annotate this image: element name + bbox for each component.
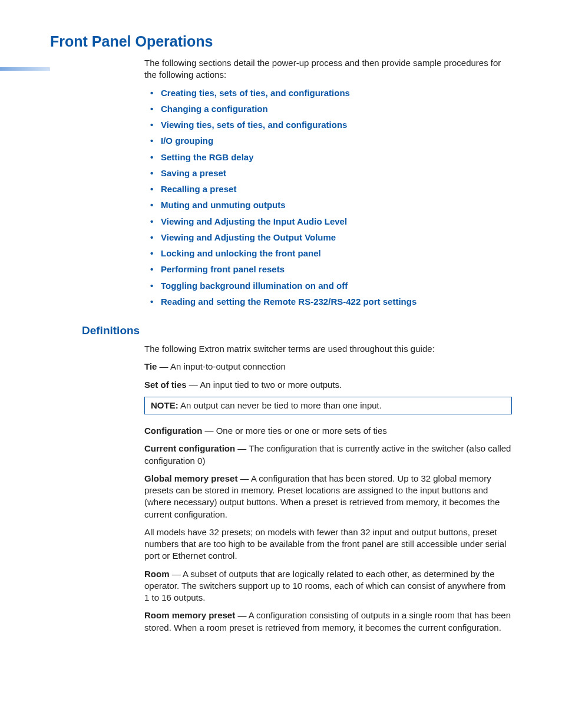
- action-link[interactable]: Performing front panel resets: [161, 264, 285, 274]
- action-link[interactable]: Viewing and Adjusting the Output Volume: [161, 232, 336, 242]
- list-item: Viewing ties, sets of ties, and configur…: [144, 119, 512, 131]
- definition-term: Configuration: [144, 426, 202, 436]
- definition-desc: — An input tied to two or more outputs.: [187, 380, 342, 390]
- definition-item: Tie — An input-to-output connection: [144, 361, 512, 373]
- definition-term: Set of ties: [144, 380, 187, 390]
- section-title-definitions: Definitions: [82, 324, 512, 337]
- action-link[interactable]: Creating ties, sets of ties, and configu…: [161, 88, 350, 98]
- action-link-list: Creating ties, sets of ties, and configu…: [144, 87, 512, 308]
- definition-item: Current configuration — The configuratio…: [144, 443, 512, 467]
- definition-item: Configuration — One or more ties or one …: [144, 425, 512, 437]
- list-item: Setting the RGB delay: [144, 151, 512, 163]
- action-link[interactable]: Recalling a preset: [161, 184, 236, 194]
- header-accent-bar: [0, 67, 50, 71]
- definitions-block: The following Extron matrix switcher ter…: [144, 343, 512, 634]
- action-link[interactable]: Reading and setting the Remote RS-232/RS…: [161, 297, 416, 307]
- note-text-content: An output can never be tied to more than…: [180, 400, 382, 410]
- definition-term: Current configuration: [144, 443, 235, 453]
- definitions-intro: The following Extron matrix switcher ter…: [144, 343, 512, 355]
- action-link[interactable]: Changing a configuration: [161, 104, 268, 114]
- definitions-extra-para: All models have 32 presets; on models wi…: [144, 526, 512, 562]
- list-item: Viewing and Adjusting the Output Volume: [144, 232, 512, 243]
- list-item: Locking and unlocking the front panel: [144, 248, 512, 259]
- action-link[interactable]: Muting and unmuting outputs: [161, 200, 286, 210]
- action-link[interactable]: Viewing ties, sets of ties, and configur…: [161, 120, 347, 130]
- intro-text: The following sections detail the power-…: [144, 57, 512, 81]
- note-box: NOTE: An output can never be tied to mor…: [144, 397, 512, 414]
- page-title: Front Panel Operations: [50, 33, 512, 50]
- definition-item: Global memory preset — A configuration t…: [144, 473, 512, 521]
- action-link[interactable]: Toggling background illumination on and …: [161, 281, 348, 291]
- list-item: I/O grouping: [144, 135, 512, 147]
- definition-desc: — An input-to-output connection: [157, 361, 285, 371]
- definition-term: Tie: [144, 361, 157, 371]
- definition-desc: — A subset of outputs that are logically…: [144, 569, 505, 603]
- definition-item: Set of ties — An input tied to two or mo…: [144, 379, 512, 391]
- page: Front Panel Operations The following sec…: [0, 33, 562, 728]
- list-item: Saving a preset: [144, 167, 512, 179]
- list-item: Toggling background illumination on and …: [144, 280, 512, 292]
- list-item: Muting and unmuting outputs: [144, 199, 512, 211]
- definition-desc: — One or more ties or one or more sets o…: [202, 426, 386, 436]
- intro-block: The following sections detail the power-…: [144, 57, 512, 308]
- list-item: Changing a configuration: [144, 103, 512, 115]
- list-item: Creating ties, sets of ties, and configu…: [144, 87, 512, 99]
- action-link[interactable]: Locking and unlocking the front panel: [161, 248, 321, 258]
- list-item: Viewing and Adjusting the Input Audio Le…: [144, 216, 512, 228]
- action-link[interactable]: I/O grouping: [161, 136, 213, 146]
- action-link[interactable]: Saving a preset: [161, 168, 226, 178]
- definition-term: Room memory preset: [144, 610, 235, 620]
- definition-item: Room memory preset — A configuration con…: [144, 610, 512, 634]
- definition-term: Global memory preset: [144, 473, 237, 483]
- note-label: NOTE:: [151, 400, 178, 410]
- definition-item: Room — A subset of outputs that are logi…: [144, 568, 512, 604]
- action-link[interactable]: Setting the RGB delay: [161, 152, 254, 162]
- list-item: Recalling a preset: [144, 183, 512, 195]
- action-link[interactable]: Viewing and Adjusting the Input Audio Le…: [161, 216, 347, 226]
- definition-term: Room: [144, 569, 170, 579]
- list-item: Performing front panel resets: [144, 263, 512, 275]
- list-item: Reading and setting the Remote RS-232/RS…: [144, 296, 512, 308]
